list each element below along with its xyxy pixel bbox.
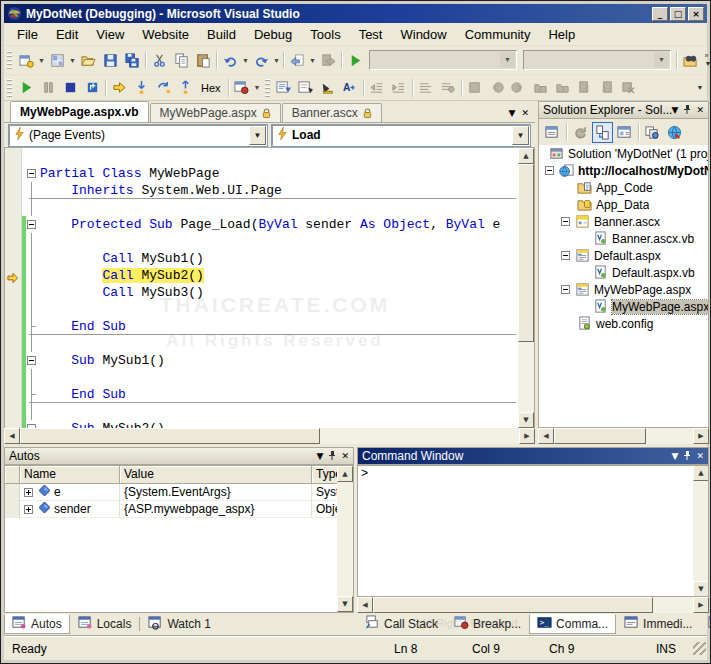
- outlining-margin[interactable]: [26, 386, 40, 403]
- resize-grip[interactable]: [693, 642, 706, 655]
- scrollbar-thumb[interactable]: [554, 428, 646, 444]
- title-bar[interactable]: MyDotNet (Debugging) - Microsoft Visual …: [4, 4, 707, 23]
- scroll-up-icon[interactable]: ▲: [693, 465, 709, 481]
- expand-collapse-icon[interactable]: [561, 285, 570, 294]
- scroll-up-icon[interactable]: ▲: [337, 466, 353, 482]
- pin-icon[interactable]: [328, 451, 336, 462]
- find-in-files-icon[interactable]: [679, 50, 701, 71]
- next-bookmark-folder-icon[interactable]: [552, 77, 574, 98]
- breakpoint-margin[interactable]: [5, 284, 22, 301]
- document-tab-banner.ascx[interactable]: Banner.ascx: [282, 103, 382, 122]
- menu-website[interactable]: Website: [133, 24, 198, 45]
- menu-tools[interactable]: Tools: [301, 24, 349, 45]
- nest-related-files-icon[interactable]: [592, 122, 613, 143]
- outlining-margin[interactable]: [26, 267, 40, 284]
- tree-item-default-aspx[interactable]: Default.aspx: [539, 247, 708, 264]
- tree-item-http-localhost-mydotnet[interactable]: http://localhost/MyDotNet: [539, 162, 708, 179]
- copy-icon[interactable]: [170, 50, 192, 71]
- properties-icon[interactable]: [542, 122, 563, 143]
- dropdown-caret-icon[interactable]: ▼: [37, 50, 46, 71]
- tree-item-mywebpage-aspx-vb[interactable]: MyWebPage.aspx.vb: [539, 298, 708, 315]
- outlining-margin[interactable]: [26, 284, 40, 301]
- autos-row[interactable]: sender{ASP.mywebpage_aspx}Object: [5, 501, 353, 518]
- autos-row[interactable]: e{System.EventArgs}System.EventArgs: [5, 484, 353, 501]
- breakpoint-margin[interactable]: [5, 369, 22, 386]
- chevron-down-icon[interactable]: ▼: [249, 126, 266, 145]
- navigate-backward-icon[interactable]: [286, 50, 308, 71]
- stop-debugging-icon[interactable]: [59, 77, 81, 98]
- code-line[interactable]: [5, 233, 518, 250]
- parameter-info-icon[interactable]: [295, 77, 317, 98]
- toolbar-combo-2[interactable]: ▼: [523, 50, 671, 70]
- outlining-margin[interactable]: [26, 335, 40, 352]
- chevron-down-icon[interactable]: ▼: [512, 126, 529, 145]
- decrease-indent-icon[interactable]: [366, 77, 388, 98]
- menu-community[interactable]: Community: [456, 24, 540, 45]
- uncomment-icon[interactable]: [437, 77, 459, 98]
- tab-watch-1[interactable]: Watch 1: [140, 614, 219, 634]
- scroll-left-icon[interactable]: ◀: [4, 428, 20, 444]
- code-line[interactable]: Sub MySub2(): [5, 420, 518, 428]
- collapse-box-icon[interactable]: [27, 169, 36, 178]
- close-icon[interactable]: ✕: [341, 452, 349, 461]
- menu-file[interactable]: File: [8, 24, 47, 45]
- code-line[interactable]: [5, 335, 518, 352]
- dropdown-caret-icon[interactable]: ▼: [308, 50, 317, 71]
- outlining-margin[interactable]: [26, 403, 40, 420]
- scroll-left-icon[interactable]: ◀: [538, 428, 554, 444]
- prev-bookmark-folder-icon[interactable]: [530, 77, 552, 98]
- code-line[interactable]: Protected Sub Page_Load(ByVal sender As …: [5, 216, 518, 233]
- code-line[interactable]: Sub MySub1(): [5, 352, 518, 369]
- outlining-margin[interactable]: [26, 165, 40, 182]
- code-line[interactable]: Call MySub1(): [5, 250, 518, 267]
- outlining-margin[interactable]: [26, 250, 40, 267]
- scrollbar-thumb[interactable]: [518, 164, 534, 342]
- autos-vertical-scrollbar[interactable]: ▲▼: [337, 466, 353, 612]
- breakpoints-icon[interactable]: [231, 77, 253, 98]
- breakpoint-margin[interactable]: [5, 250, 22, 267]
- breakpoint-margin[interactable]: [5, 403, 22, 420]
- solution-explorer-horizontal-scrollbar[interactable]: ◀ ▶: [538, 428, 709, 444]
- column-header-name[interactable]: Name: [20, 466, 120, 484]
- command-vertical-scrollbar[interactable]: ▲ ▼: [693, 465, 709, 597]
- view-designer-icon[interactable]: [614, 122, 635, 143]
- undo-icon[interactable]: [219, 50, 241, 71]
- dropdown-caret-icon[interactable]: ▼: [68, 50, 77, 71]
- next-bookmark-icon[interactable]: [508, 77, 530, 98]
- tab-call-stack[interactable]: Call Stack: [357, 614, 446, 634]
- scroll-down-icon[interactable]: ▼: [693, 581, 709, 597]
- breakpoint-margin[interactable]: [5, 301, 22, 318]
- menu-build[interactable]: Build: [198, 24, 245, 45]
- tree-item-solution-mydotnet-1-project-[interactable]: Solution 'MyDotNet' (1 project): [539, 145, 708, 162]
- breakpoint-margin[interactable]: [5, 352, 22, 369]
- aspnet-configuration-icon[interactable]: [664, 122, 685, 143]
- breakpoint-margin[interactable]: [5, 386, 22, 403]
- minimize-button[interactable]: _: [652, 7, 668, 21]
- code-line[interactable]: [5, 403, 518, 420]
- menu-view[interactable]: View: [87, 24, 133, 45]
- command-horizontal-scrollbar[interactable]: ◀ ▶: [357, 597, 709, 613]
- breakpoint-margin[interactable]: [5, 420, 22, 428]
- tab-output[interactable]: Output: [700, 614, 711, 634]
- scroll-right-icon[interactable]: ▶: [519, 428, 535, 444]
- outlining-margin[interactable]: [26, 148, 40, 165]
- expand-collapse-icon[interactable]: [561, 217, 570, 226]
- code-line[interactable]: Call MySub2(): [5, 267, 518, 284]
- scrollbar-thumb[interactable]: [373, 597, 653, 613]
- scroll-up-icon[interactable]: ▲: [518, 148, 534, 164]
- scroll-down-icon[interactable]: ▼: [518, 412, 534, 428]
- tree-item-web-config[interactable]: web.config: [539, 315, 708, 332]
- outlining-margin[interactable]: [26, 369, 40, 386]
- tab-comma-[interactable]: >_Comma...: [529, 614, 616, 634]
- pin-icon[interactable]: [683, 451, 691, 462]
- next-bookmark-doc-icon[interactable]: [596, 77, 618, 98]
- breakpoint-margin[interactable]: [5, 318, 22, 335]
- breakpoint-margin[interactable]: [5, 233, 22, 250]
- menu-window[interactable]: Window: [391, 24, 455, 45]
- breakpoint-margin[interactable]: [5, 267, 22, 284]
- tab-breakp-[interactable]: Breakp...: [446, 614, 529, 634]
- tab-list-icon[interactable]: ▼: [509, 108, 516, 118]
- autos-title-bar[interactable]: Autos ▼ ✕: [4, 447, 354, 465]
- method-dropdown[interactable]: Load ▼: [272, 125, 530, 146]
- document-tab-mywebpage.aspx.vb[interactable]: MyWebPage.aspx.vb: [10, 101, 149, 122]
